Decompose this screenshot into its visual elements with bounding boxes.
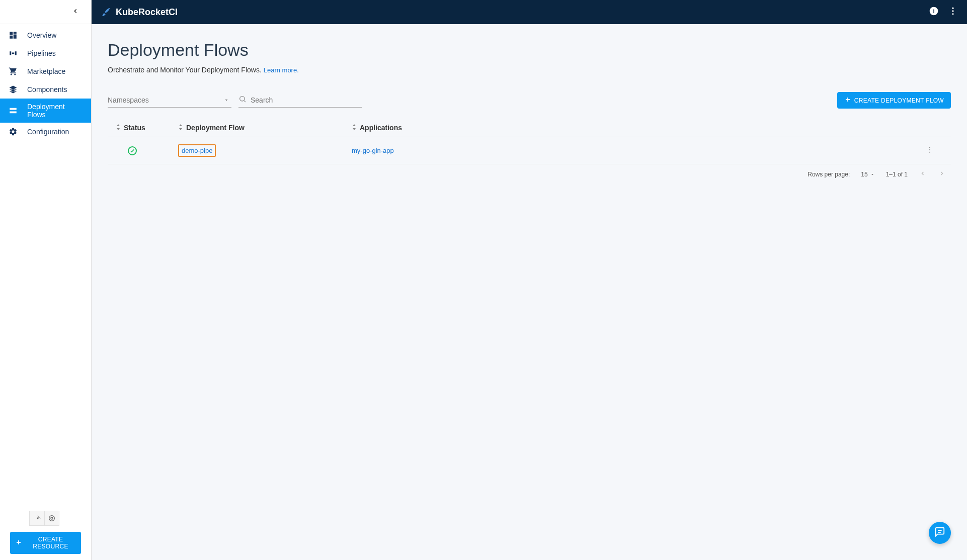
svg-point-22 [929, 147, 930, 148]
prev-page-button[interactable] [919, 170, 927, 178]
column-status-label: Status [124, 124, 145, 132]
rows-per-page-select[interactable]: 15 [861, 171, 874, 178]
svg-point-17 [952, 13, 953, 15]
search-field[interactable] [238, 93, 362, 108]
pipelines-icon [8, 48, 18, 58]
svg-point-10 [49, 516, 55, 521]
svg-point-18 [240, 97, 245, 101]
more-vert-icon[interactable] [948, 6, 958, 18]
pagination-range: 1–1 of 1 [886, 171, 908, 178]
column-apps[interactable]: Applications [352, 124, 926, 132]
sort-icon [352, 124, 357, 131]
footer-icon-group [29, 511, 81, 526]
svg-line-19 [244, 101, 246, 102]
sidebar-item-overview[interactable]: Overview [0, 26, 91, 44]
column-apps-label: Applications [360, 124, 402, 132]
sidebar-footer: CREATE RESOURCE [0, 505, 91, 560]
search-input[interactable] [251, 96, 362, 104]
table-footer: Rows per page: 15 1–1 of 1 [108, 164, 951, 184]
svg-rect-3 [10, 36, 13, 39]
cart-icon [8, 66, 18, 76]
next-page-button[interactable] [938, 170, 946, 178]
brand[interactable]: KubeRocketCI [101, 7, 178, 18]
sidebar-nav: Overview Pipelines Marketplace Component… [0, 24, 91, 505]
svg-rect-4 [10, 51, 11, 55]
filters-row: CREATE DEPLOYMENT FLOW [108, 92, 951, 109]
svg-rect-0 [10, 32, 13, 35]
filters-left [108, 93, 362, 108]
svg-rect-7 [10, 108, 17, 110]
svg-rect-5 [15, 51, 17, 55]
dashboard-icon [8, 30, 18, 40]
sort-icon [178, 124, 183, 131]
settings-icon-button[interactable] [44, 511, 59, 526]
sidebar: Overview Pipelines Marketplace Component… [0, 0, 92, 560]
chat-fab[interactable] [929, 522, 951, 544]
row-actions [926, 146, 946, 155]
svg-rect-1 [14, 32, 17, 34]
rocket-icon [101, 7, 111, 17]
column-flow[interactable]: Deployment Flow [178, 124, 352, 132]
svg-point-24 [929, 152, 930, 153]
content: Deployment Flows Orchestrate and Monitor… [92, 24, 967, 560]
learn-more-link[interactable]: Learn more. [264, 66, 299, 74]
row-status [113, 146, 178, 155]
namespaces-select[interactable] [108, 93, 231, 108]
column-status[interactable]: Status [113, 124, 178, 132]
flows-icon [8, 106, 18, 116]
info-icon[interactable]: i [929, 6, 939, 18]
rows-per-page-label: Rows per page: [808, 171, 850, 178]
gear-icon [8, 127, 18, 137]
rows-value: 15 [861, 171, 867, 178]
row-apps: my-go-gin-app [352, 147, 926, 154]
row-more-icon[interactable] [926, 148, 934, 155]
page-title: Deployment Flows [108, 40, 951, 60]
table-row: demo-pipe my-go-gin-app [108, 137, 951, 164]
flow-link[interactable]: demo-pipe [178, 144, 216, 157]
sidebar-item-marketplace[interactable]: Marketplace [0, 62, 91, 80]
create-deployment-flow-button[interactable]: CREATE DEPLOYMENT FLOW [837, 92, 951, 109]
sidebar-item-label: Components [27, 85, 67, 94]
sidebar-item-label: Pipelines [27, 49, 56, 57]
topbar-actions: i [929, 6, 958, 18]
svg-rect-8 [10, 112, 17, 114]
search-icon [238, 95, 247, 105]
collapse-sidebar-button[interactable] [72, 8, 79, 17]
namespaces-input[interactable] [108, 93, 231, 108]
create-flow-label: CREATE DEPLOYMENT FLOW [854, 97, 944, 104]
plus-icon [844, 96, 851, 105]
status-ok-icon [128, 146, 137, 155]
svg-point-16 [952, 10, 953, 12]
dropdown-icon [870, 172, 875, 177]
svg-text:i: i [933, 8, 934, 14]
sidebar-item-label: Deployment Flows [27, 103, 85, 119]
plus-icon [15, 539, 22, 547]
main: KubeRocketCI i Deployment Flows Orchestr… [92, 0, 967, 560]
create-resource-button[interactable]: CREATE RESOURCE [10, 532, 81, 554]
table-header: Status Deployment Flow Applications [108, 119, 951, 137]
row-flow: demo-pipe [178, 144, 352, 157]
svg-rect-6 [12, 53, 15, 54]
column-flow-label: Deployment Flow [186, 124, 245, 132]
create-resource-label: CREATE RESOURCE [25, 536, 76, 550]
sidebar-item-configuration[interactable]: Configuration [0, 123, 91, 141]
sidebar-item-components[interactable]: Components [0, 80, 91, 99]
svg-rect-2 [14, 35, 17, 39]
svg-point-9 [51, 517, 53, 519]
svg-point-15 [952, 8, 953, 9]
chat-icon [934, 526, 945, 539]
subtitle-text: Orchestrate and Monitor Your Deployment … [108, 66, 262, 74]
brand-name: KubeRocketCI [116, 7, 178, 18]
sidebar-item-label: Configuration [27, 128, 69, 136]
sort-icon [116, 124, 121, 131]
topbar: KubeRocketCI i [92, 0, 967, 24]
app-link[interactable]: my-go-gin-app [352, 147, 394, 154]
page-subtitle: Orchestrate and Monitor Your Deployment … [108, 66, 951, 74]
sidebar-item-pipelines[interactable]: Pipelines [0, 44, 91, 62]
sidebar-item-label: Marketplace [27, 67, 65, 75]
sidebar-item-deployment-flows[interactable]: Deployment Flows [0, 99, 91, 123]
svg-point-23 [929, 149, 930, 150]
rocket-icon-button[interactable] [29, 511, 44, 526]
sidebar-item-label: Overview [27, 31, 56, 39]
sidebar-top [0, 0, 91, 24]
